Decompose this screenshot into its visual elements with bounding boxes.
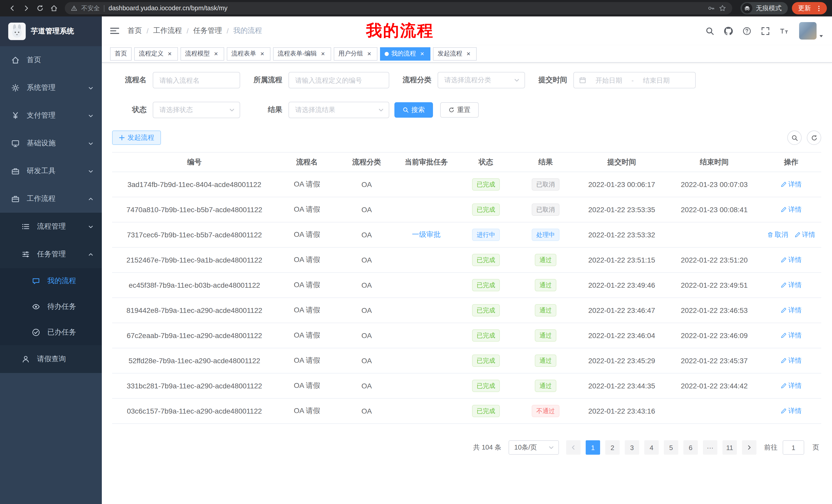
tab-item[interactable]: 流程表单× (227, 47, 270, 60)
task-link[interactable]: 一级审批 (412, 230, 441, 239)
close-icon[interactable]: × (366, 50, 373, 57)
end-date-input[interactable] (636, 76, 677, 84)
close-icon[interactable]: × (259, 50, 266, 57)
submit-time-range[interactable]: - (573, 72, 696, 88)
detail-button[interactable]: 详情 (781, 205, 802, 214)
status-select[interactable]: 请选择状态 (153, 102, 240, 118)
detail-button[interactable]: 详情 (781, 381, 802, 390)
sidebar-item[interactable]: 我的流程 (0, 268, 102, 294)
password-key-icon[interactable] (707, 5, 715, 12)
cell-category: OA (337, 197, 396, 222)
sidebar-item[interactable]: 支付管理 (0, 102, 102, 130)
page-button[interactable]: 2 (605, 440, 620, 455)
search-button[interactable]: 搜索 (394, 102, 433, 118)
column-header: 流程名 (277, 152, 337, 172)
detail-button[interactable]: 详情 (781, 331, 802, 340)
cell-result: 通过 (515, 373, 576, 398)
not-secure-icon (71, 5, 77, 11)
yen-icon (11, 111, 20, 120)
tab-item[interactable]: 流程表单-编辑× (273, 47, 331, 60)
detail-button[interactable]: 详情 (781, 306, 802, 315)
toggle-search-button[interactable] (787, 131, 802, 145)
tab-item[interactable]: 我的流程× (380, 47, 431, 60)
detail-button[interactable]: 详情 (781, 407, 802, 416)
prev-page-button[interactable] (566, 440, 580, 455)
omnibox-divider (104, 5, 104, 11)
refresh-list-button[interactable] (807, 131, 821, 145)
more-pages-button[interactable]: ··· (703, 440, 717, 455)
hamburger-icon[interactable] (110, 26, 119, 35)
reset-button[interactable]: 重置 (440, 102, 479, 118)
result-select[interactable]: 请选择流结果 (288, 102, 389, 118)
fullscreen-icon[interactable] (761, 26, 770, 35)
tab-item[interactable]: 流程模型× (181, 47, 224, 60)
tab-item[interactable]: 流程定义× (134, 47, 178, 60)
close-icon[interactable]: × (166, 50, 173, 57)
font-size-icon[interactable] (780, 26, 788, 35)
github-icon[interactable] (724, 26, 733, 35)
bookmark-star-icon[interactable] (719, 5, 726, 12)
start-process-button[interactable]: 发起流程 (112, 131, 161, 145)
sidebar-item[interactable]: 基础设施 (0, 130, 102, 157)
tab-label: 流程定义 (139, 49, 163, 58)
address-bar[interactable]: 不安全 dashboard.yudao.iocoder.cn/bpm/task/… (65, 2, 732, 15)
sidebar-item[interactable]: 流程管理 (0, 213, 102, 241)
tab-item[interactable]: 用户分组× (334, 47, 378, 60)
page-button[interactable]: 1 (586, 440, 600, 455)
browser-reload-icon[interactable] (33, 2, 47, 15)
page-jump-input[interactable] (783, 440, 804, 455)
page-button[interactable]: 11 (723, 440, 737, 455)
browser-forward-icon[interactable] (19, 2, 33, 15)
close-icon[interactable]: × (319, 50, 327, 57)
tab-item[interactable]: 发起流程× (433, 47, 477, 60)
action-label: 详情 (788, 306, 802, 315)
detail-button[interactable]: 详情 (781, 281, 802, 290)
category-select[interactable]: 请选择流程分类 (438, 72, 525, 88)
detail-button[interactable]: 详情 (781, 356, 802, 365)
app-logo-row: 芋道管理系统 (0, 17, 102, 46)
sidebar-item[interactable]: 研发工具 (0, 157, 102, 185)
sidebar-item[interactable]: 已办任务 (0, 319, 102, 345)
sidebar-item[interactable]: 工作流程 (0, 185, 102, 213)
user-menu[interactable] (799, 22, 824, 39)
close-icon[interactable]: × (212, 50, 219, 57)
submit-time-label: 提交时间 (537, 76, 567, 85)
browser-update-button[interactable]: 更新 (792, 2, 827, 15)
page-size-select[interactable]: 10条/页 (509, 440, 559, 455)
page-button[interactable]: 5 (664, 440, 678, 455)
next-page-button[interactable] (742, 440, 756, 455)
process-def-input[interactable] (288, 72, 389, 88)
close-icon[interactable]: × (419, 50, 426, 57)
start-date-input[interactable] (588, 76, 629, 84)
incognito-label: 无痕模式 (756, 4, 782, 12)
breadcrumb-item[interactable]: 任务管理 (193, 26, 222, 35)
security-label[interactable]: 不安全 (81, 4, 100, 12)
page-button[interactable]: 4 (644, 440, 659, 455)
sidebar-item[interactable]: 系统管理 (0, 74, 102, 102)
process-name-input[interactable] (153, 72, 240, 88)
url-text[interactable]: dashboard.yudao.iocoder.cn/bpm/task/my (108, 5, 228, 12)
sidebar-item[interactable]: 待办任务 (0, 294, 102, 319)
sidebar-item[interactable]: 首页 (0, 46, 102, 74)
status-label: 状态 (112, 105, 147, 115)
breadcrumb-item[interactable]: 首页 (128, 26, 142, 35)
breadcrumb-item[interactable]: 工作流程 (153, 26, 182, 35)
browser-home-icon[interactable] (47, 2, 61, 15)
search-icon[interactable] (705, 26, 714, 35)
help-icon[interactable] (743, 26, 751, 35)
detail-button[interactable]: 详情 (794, 230, 815, 240)
cancel-button[interactable]: 取消 (767, 230, 788, 240)
page-button[interactable]: 3 (625, 440, 639, 455)
page-button[interactable]: 6 (683, 440, 698, 455)
sidebar-item[interactable]: 请假查询 (0, 345, 102, 373)
close-icon[interactable]: × (465, 50, 472, 57)
detail-button[interactable]: 详情 (781, 180, 802, 189)
detail-button[interactable]: 详情 (781, 255, 802, 264)
tab-item[interactable]: 首页 (110, 47, 132, 60)
browser-back-icon[interactable] (5, 2, 19, 15)
cell-status: 已完成 (457, 323, 515, 348)
cell-current-task (396, 373, 457, 398)
result-tag: 已取消 (532, 178, 560, 191)
browser-menu-icon[interactable] (815, 5, 822, 11)
sidebar-item[interactable]: 任务管理 (0, 241, 102, 268)
